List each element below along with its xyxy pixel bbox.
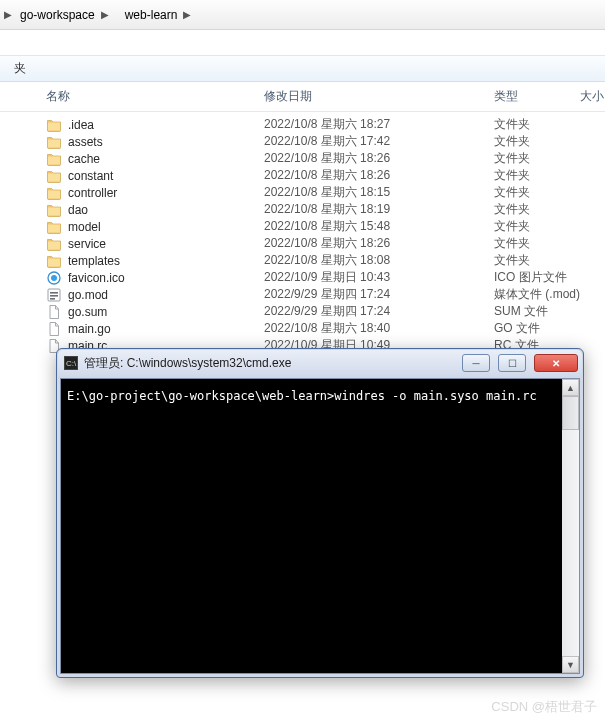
breadcrumb-item[interactable]: go-workspace ▶ <box>12 4 117 26</box>
file-type: 文件夹 <box>494 116 584 133</box>
folder-icon <box>46 185 62 201</box>
file-name: go.mod <box>68 288 264 302</box>
folder-icon <box>46 168 62 184</box>
cmd-title: 管理员: C:\windows\system32\cmd.exe <box>84 355 454 372</box>
file-date: 2022/10/8 星期六 18:15 <box>264 184 494 201</box>
file-row[interactable]: go.sum2022/9/29 星期四 17:24SUM 文件 <box>0 303 605 320</box>
file-type: 文件夹 <box>494 201 584 218</box>
folder-icon <box>46 219 62 235</box>
column-headers: 名称 修改日期 类型 大小 <box>0 82 605 112</box>
folder-icon <box>46 236 62 252</box>
file-date: 2022/10/8 星期六 18:40 <box>264 320 494 337</box>
watermark: CSDN @梧世君子 <box>491 698 597 716</box>
folder-icon <box>46 117 62 133</box>
folder-icon <box>46 253 62 269</box>
file-type: GO 文件 <box>494 320 584 337</box>
cmd-scrollbar[interactable]: ▲ ▼ <box>562 379 579 673</box>
chevron-right-icon: ▶ <box>183 9 191 20</box>
column-date-header[interactable]: 修改日期 <box>264 88 494 105</box>
file-type: 文件夹 <box>494 252 584 269</box>
file-name: go.sum <box>68 305 264 319</box>
maximize-button[interactable]: ☐ <box>498 354 526 372</box>
breadcrumb-label: go-workspace <box>20 8 95 22</box>
cmd-icon: C:\ <box>64 356 78 370</box>
file-name: constant <box>68 169 264 183</box>
file-row[interactable]: cache2022/10/8 星期六 18:26文件夹 <box>0 150 605 167</box>
file-name: cache <box>68 152 264 166</box>
file-row[interactable]: favicon.ico2022/10/9 星期日 10:43ICO 图片文件 <box>0 269 605 286</box>
scroll-track[interactable] <box>562 430 579 656</box>
file-row[interactable]: main.go2022/10/8 星期六 18:40GO 文件 <box>0 320 605 337</box>
file-list: .idea2022/10/8 星期六 18:27文件夹assets2022/10… <box>0 112 605 354</box>
file-type: 文件夹 <box>494 184 584 201</box>
svg-point-1 <box>51 275 57 281</box>
chevron-right-icon: ▶ <box>4 9 12 20</box>
file-type: 文件夹 <box>494 150 584 167</box>
file-type: 文件夹 <box>494 133 584 150</box>
file-type: ICO 图片文件 <box>494 269 584 286</box>
file-date: 2022/10/8 星期六 18:27 <box>264 116 494 133</box>
file-row[interactable]: .idea2022/10/8 星期六 18:27文件夹 <box>0 116 605 133</box>
file-type: 媒体文件 (.mod) <box>494 286 584 303</box>
file-row[interactable]: service2022/10/8 星期六 18:26文件夹 <box>0 235 605 252</box>
svg-rect-5 <box>50 298 55 300</box>
file-name: favicon.ico <box>68 271 264 285</box>
breadcrumb-label: web-learn <box>125 8 178 22</box>
file-date: 2022/10/8 星期六 18:26 <box>264 235 494 252</box>
file-date: 2022/10/8 星期六 18:26 <box>264 150 494 167</box>
column-type-header[interactable]: 类型 <box>494 88 574 105</box>
file-row[interactable]: assets2022/10/8 星期六 17:42文件夹 <box>0 133 605 150</box>
folder-icon <box>46 151 62 167</box>
breadcrumb-item[interactable]: web-learn ▶ <box>117 4 200 26</box>
column-size-header[interactable]: 大小 <box>574 88 604 105</box>
minimize-button[interactable]: ─ <box>462 354 490 372</box>
file-name: dao <box>68 203 264 217</box>
breadcrumb-bar[interactable]: ▶ go-workspace ▶ web-learn ▶ <box>0 0 605 30</box>
svg-rect-4 <box>50 295 58 297</box>
file-row[interactable]: dao2022/10/8 星期六 18:19文件夹 <box>0 201 605 218</box>
file-name: assets <box>68 135 264 149</box>
file-type: 文件夹 <box>494 218 584 235</box>
file-name: service <box>68 237 264 251</box>
scroll-up-icon[interactable]: ▲ <box>562 379 579 396</box>
file-date: 2022/10/9 星期日 10:43 <box>264 269 494 286</box>
file-date: 2022/10/8 星期六 18:26 <box>264 167 494 184</box>
svg-rect-3 <box>50 292 58 294</box>
file-row[interactable]: go.mod2022/9/29 星期四 17:24媒体文件 (.mod) <box>0 286 605 303</box>
folder-tabs: 夹 <box>0 56 605 82</box>
file-row[interactable]: templates2022/10/8 星期六 18:08文件夹 <box>0 252 605 269</box>
file-row[interactable]: model2022/10/8 星期六 15:48文件夹 <box>0 218 605 235</box>
file-date: 2022/9/29 星期四 17:24 <box>264 303 494 320</box>
folder-icon <box>46 134 62 150</box>
close-button[interactable]: ✕ <box>534 354 578 372</box>
file-icon <box>46 321 62 337</box>
mod-icon <box>46 287 62 303</box>
file-row[interactable]: constant2022/10/8 星期六 18:26文件夹 <box>0 167 605 184</box>
scroll-down-icon[interactable]: ▼ <box>562 656 579 673</box>
toolbar-spacer <box>0 30 605 56</box>
file-date: 2022/10/8 星期六 18:19 <box>264 201 494 218</box>
file-name: .idea <box>68 118 264 132</box>
file-icon <box>46 304 62 320</box>
file-date: 2022/10/8 星期六 18:08 <box>264 252 494 269</box>
file-row[interactable]: controller2022/10/8 星期六 18:15文件夹 <box>0 184 605 201</box>
cmd-output[interactable]: E:\go-project\go-workspace\web-learn>win… <box>61 379 562 673</box>
cmd-titlebar[interactable]: C:\ 管理员: C:\windows\system32\cmd.exe ─ ☐… <box>58 350 582 376</box>
file-type: 文件夹 <box>494 235 584 252</box>
folder-icon <box>46 202 62 218</box>
file-date: 2022/10/8 星期六 15:48 <box>264 218 494 235</box>
file-name: main.go <box>68 322 264 336</box>
file-type: SUM 文件 <box>494 303 584 320</box>
file-type: 文件夹 <box>494 167 584 184</box>
scroll-thumb[interactable] <box>562 396 579 430</box>
file-date: 2022/9/29 星期四 17:24 <box>264 286 494 303</box>
file-name: templates <box>68 254 264 268</box>
file-name: controller <box>68 186 264 200</box>
folder-tab[interactable]: 夹 <box>2 56 38 81</box>
cmd-window[interactable]: C:\ 管理员: C:\windows\system32\cmd.exe ─ ☐… <box>56 348 584 678</box>
file-date: 2022/10/8 星期六 17:42 <box>264 133 494 150</box>
cmd-body: E:\go-project\go-workspace\web-learn>win… <box>60 378 580 674</box>
column-name-header[interactable]: 名称 <box>46 88 264 105</box>
ico-icon <box>46 270 62 286</box>
chevron-right-icon: ▶ <box>101 9 109 20</box>
